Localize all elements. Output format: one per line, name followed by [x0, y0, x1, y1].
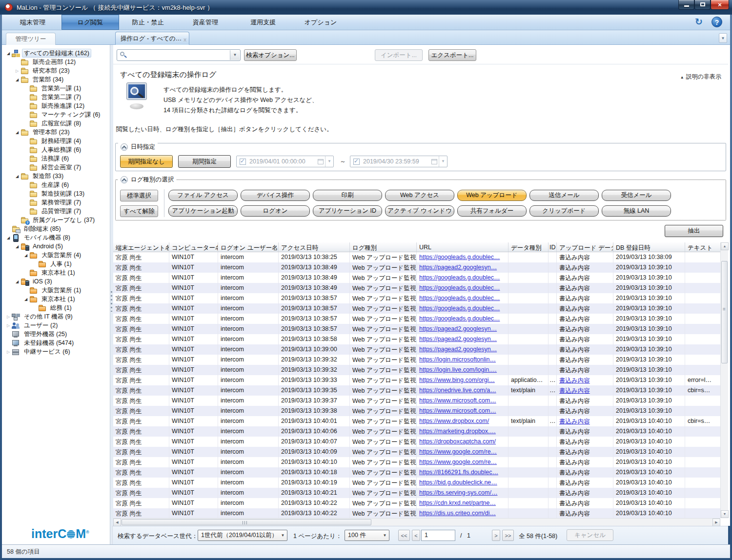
tree-item[interactable]: 人事総務課 (6) — [4, 145, 108, 154]
url-link[interactable]: https://www.google.com/re… — [419, 448, 497, 455]
tree-expanded-arrow-icon[interactable]: ◢ — [14, 130, 20, 135]
tab-management-tree[interactable]: 管理ツリー — [6, 33, 56, 45]
tree-item[interactable]: ▷ユーザー (2) — [4, 321, 108, 330]
logtype-button[interactable]: デバイス操作 — [241, 190, 310, 201]
tree-item[interactable]: 営業第一課 (1) — [4, 84, 108, 93]
url-link[interactable]: https://pagead2.googlesyn… — [419, 336, 497, 342]
tree-item[interactable]: ◢すべての登録端末 (162) — [4, 49, 108, 58]
url-link[interactable]: https://login.live.com/login.… — [419, 366, 497, 373]
logtype-button[interactable]: アプリケーション ID — [313, 205, 382, 217]
logtype-button[interactable]: アクティブ ウィンドウ — [385, 205, 454, 217]
tree-item[interactable]: ▷研究本部 (23) — [4, 66, 108, 75]
page-number-input[interactable]: 1 — [421, 530, 455, 541]
no-period-button[interactable]: 期間指定なし — [120, 155, 173, 168]
tree-item[interactable]: 財務経理課 (4) — [4, 137, 108, 145]
menu-item[interactable]: 防止・禁止 — [119, 15, 177, 30]
logtype-button[interactable]: ファイル アクセス — [168, 190, 238, 201]
column-header[interactable]: アクセス日時 — [279, 242, 350, 252]
logtype-button[interactable]: ログオン — [241, 205, 310, 217]
next-page-button[interactable]: > — [492, 530, 500, 541]
url-link[interactable]: https://googleads.g.doublec… — [419, 284, 500, 291]
collapse-toggle-icon[interactable] — [121, 176, 128, 183]
table-row[interactable]: 宮原 尚生WIN10Tintercom2019/03/13 10:38:57We… — [113, 293, 720, 303]
logtype-button[interactable]: 受信メール — [602, 190, 671, 201]
prev-page-button[interactable]: < — [412, 530, 420, 541]
tree-expanded-arrow-icon[interactable]: ◢ — [14, 244, 20, 249]
period-button[interactable]: 期間指定 — [178, 155, 231, 168]
tree-collapsed-arrow-icon[interactable]: ▷ — [14, 69, 20, 73]
tree-item[interactable]: ◢東京本社 (1) — [4, 295, 108, 303]
tree-item[interactable]: 大阪営業所 (1) — [4, 286, 108, 295]
search-dropdown-icon[interactable]: ▼ — [230, 50, 240, 60]
clear-all-button[interactable]: すべて解除 — [120, 205, 158, 217]
tree-item[interactable]: ◢モバイル機器 (8) — [4, 233, 108, 242]
tree-expanded-arrow-icon[interactable]: ◢ — [14, 280, 20, 284]
tree-item[interactable]: ◢iOS (3) — [4, 277, 108, 286]
tree-item[interactable]: 業務管理課 (7) — [4, 198, 108, 207]
table-row[interactable]: 宮原 尚生WIN10Tintercom2019/03/13 10:38:25We… — [113, 252, 720, 262]
column-header[interactable]: URL — [417, 242, 508, 252]
tree-collapsed-arrow-icon[interactable]: ▷ — [5, 315, 12, 319]
refresh-icon[interactable]: ↻ — [693, 16, 705, 28]
tree-item[interactable]: 削除端末 (85) — [4, 224, 108, 233]
table-row[interactable]: 宮原 尚生WIN10Tintercom2019/03/13 10:40:18We… — [113, 467, 720, 478]
logtype-button[interactable]: Web アクセス — [385, 190, 454, 201]
url-link[interactable]: https://bid.g.doubleclick.ne… — [419, 479, 497, 486]
url-link[interactable]: https://cdn.krxd.net/partne… — [419, 500, 496, 506]
table-row[interactable]: 宮原 尚生WIN10Tintercom2019/03/13 10:38:49We… — [113, 262, 720, 273]
collapse-toggle-icon[interactable] — [121, 143, 128, 151]
table-row[interactable]: 宮原 尚生WIN10Tintercom2019/03/13 10:38:57We… — [113, 303, 720, 314]
tree-item[interactable]: 販売推進課 (12) — [4, 101, 108, 110]
column-header[interactable]: ID — [549, 242, 557, 252]
last-page-button[interactable]: >> — [502, 530, 514, 541]
tree-item[interactable]: 営業第二課 (7) — [4, 93, 108, 101]
tree-item[interactable]: 製造技術課 (13) — [4, 189, 108, 198]
vertical-scroll-thumb[interactable] — [721, 261, 728, 363]
table-row[interactable]: 宮原 尚生WIN10Tintercom2019/03/13 10:39:37We… — [113, 396, 720, 406]
table-row[interactable]: 宮原 尚生WIN10Tintercom2019/03/13 10:39:00We… — [113, 344, 720, 355]
table-row[interactable]: 宮原 尚生WIN10Tintercom2019/03/13 10:38:49We… — [113, 273, 720, 283]
table-row[interactable]: 宮原 尚生WIN10Tintercom2019/03/13 10:40:22We… — [113, 498, 720, 508]
tab-close-icon[interactable]: x — [183, 33, 186, 46]
table-row[interactable]: 宮原 尚生WIN10Tintercom2019/03/13 10:38:58We… — [113, 334, 720, 344]
url-link[interactable]: https://www.microsoft.com… — [419, 397, 496, 404]
tree-item[interactable]: ▷その他 IT 機器 (9) — [4, 312, 108, 321]
upload-data-link[interactable]: 書込み内容 — [559, 387, 590, 394]
tree-item[interactable]: ◢大阪営業所 (4) — [4, 251, 108, 260]
title-bar[interactable]: MaLion - 管理コンソール （ 接続先中継サービス：vm2k8-help-… — [0, 0, 732, 15]
logtype-button[interactable]: 送信メール — [529, 190, 599, 201]
url-link[interactable]: https://googleads.g.doublec… — [419, 305, 500, 312]
url-link[interactable]: https://dis.us.criteo.com/di… — [419, 510, 496, 517]
url-link[interactable]: https://8166291.fls.doublec… — [419, 469, 498, 476]
hide-description-link[interactable]: ▲説明の非表示 — [680, 73, 721, 81]
tree-item[interactable]: 管理外機器 (25) — [4, 330, 108, 339]
tree-collapsed-arrow-icon[interactable]: ▷ — [5, 350, 12, 354]
logtype-button[interactable]: クリップボード — [529, 205, 599, 217]
url-link[interactable]: https://www.google.com/re… — [419, 459, 497, 465]
vertical-scrollbar[interactable]: ▲ ▼ — [720, 242, 728, 518]
table-row[interactable]: 宮原 尚生WIN10Tintercom2019/03/13 10:40:10We… — [113, 457, 720, 467]
url-link[interactable]: https://googleads.g.doublec… — [419, 254, 500, 260]
tree-item[interactable]: 経営企画室 (7) — [4, 163, 108, 172]
scroll-down-icon[interactable]: ▼ — [721, 510, 729, 518]
logtype-button[interactable]: 共有フォルダー — [457, 205, 527, 217]
upload-data-link[interactable]: 書込み内容 — [559, 377, 590, 384]
export-button[interactable]: エクスポート... — [428, 49, 476, 61]
close-button[interactable]: × — [711, 0, 729, 10]
table-row[interactable]: 宮原 尚生WIN10Tintercom2019/03/13 10:40:19We… — [113, 478, 720, 488]
tree-item[interactable]: ▷中継サービス (6) — [4, 347, 108, 356]
logtype-button[interactable]: 無線 LAN — [602, 205, 671, 217]
horizontal-scroll-thumb[interactable] — [122, 519, 371, 525]
table-row[interactable]: 宮原 尚生WIN10Tintercom2019/03/13 10:39:32We… — [113, 355, 720, 365]
url-link[interactable]: https://googleads.g.doublec… — [419, 295, 500, 301]
url-link[interactable]: https://googleads.g.doublec… — [419, 315, 500, 322]
url-link[interactable]: https://dropboxcaptcha.com/ — [419, 438, 496, 445]
tree-item[interactable]: 法務課 (6) — [4, 154, 108, 163]
tab-operation-log[interactable]: 操作ログ - すべての… x — [115, 32, 189, 45]
tree-item[interactable]: 広報宣伝課 (8) — [4, 119, 108, 128]
tree-item[interactable]: マーケティング課 (6) — [4, 110, 108, 119]
table-row[interactable]: 宮原 尚生WIN10Tintercom2019/03/13 10:40:21We… — [113, 488, 720, 498]
table-row[interactable]: 宮原 尚生WIN10Tintercom2019/03/13 10:38:57We… — [113, 324, 720, 334]
menu-item[interactable]: 端末管理 — [4, 15, 61, 30]
url-link[interactable]: https://bs.serving-sys.com/… — [419, 489, 497, 496]
